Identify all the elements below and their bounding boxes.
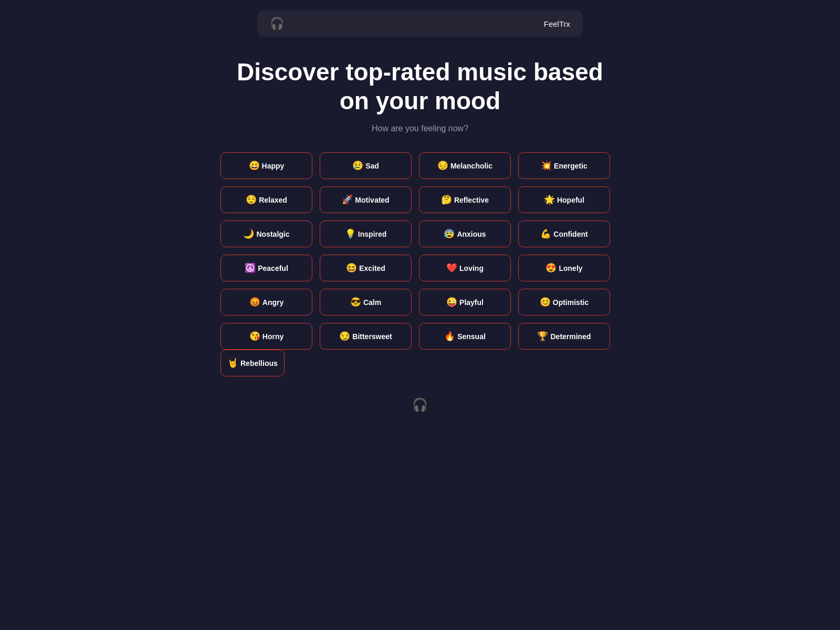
- mood-button-hopeful[interactable]: 🌟Hopeful: [518, 186, 610, 213]
- mood-emoji-peaceful: ☮️: [245, 262, 256, 274]
- mood-button-loving[interactable]: ❤️Loving: [419, 255, 511, 281]
- mood-emoji-sensual: 🔥: [444, 331, 455, 342]
- mood-button-sad[interactable]: 😢Sad: [320, 152, 412, 179]
- mood-emoji-melancholic: 😔: [437, 160, 448, 171]
- mood-emoji-determined: 🏆: [537, 331, 548, 342]
- mood-button-calm[interactable]: 😎Calm: [320, 289, 412, 316]
- mood-label-bittersweet: Bittersweet: [352, 332, 392, 341]
- page-title: Discover top-rated music based on your m…: [236, 58, 604, 116]
- mood-button-relaxed[interactable]: 😌Relaxed: [220, 186, 312, 213]
- mood-emoji-happy: 😄: [249, 160, 260, 171]
- mood-label-motivated: Motivated: [355, 196, 389, 204]
- mood-button-playful[interactable]: 😜Playful: [419, 289, 511, 316]
- mood-label-happy: Happy: [262, 162, 285, 170]
- mood-button-reflective[interactable]: 🤔Reflective: [419, 186, 511, 213]
- mood-emoji-relaxed: 😌: [246, 194, 257, 205]
- mood-label-inspired: Inspired: [358, 230, 386, 238]
- mood-emoji-hopeful: 🌟: [544, 194, 555, 205]
- mood-label-sad: Sad: [365, 162, 379, 170]
- mood-label-determined: Determined: [550, 332, 591, 341]
- mood-button-sensual[interactable]: 🔥Sensual: [419, 323, 511, 350]
- mood-button-melancholic[interactable]: 😔Melancholic: [419, 152, 511, 179]
- mood-emoji-rebellious: 🤘: [227, 358, 238, 369]
- mood-emoji-energetic: 💥: [541, 160, 552, 171]
- mood-emoji-motivated: 🚀: [342, 194, 353, 205]
- mood-label-rebellious: Rebellious: [240, 359, 278, 368]
- mood-label-relaxed: Relaxed: [259, 196, 287, 204]
- brand-name: FeelTrx: [544, 19, 570, 28]
- mood-label-lonely: Lonely: [559, 264, 582, 272]
- footer-headphones-icon: 🎧: [412, 397, 428, 412]
- mood-button-angry[interactable]: 😡Angry: [220, 289, 312, 316]
- mood-button-peaceful[interactable]: ☮️Peaceful: [220, 255, 312, 281]
- mood-grid-last-row: 🤘Rebellious: [220, 350, 620, 376]
- mood-label-excited: Excited: [359, 264, 385, 272]
- mood-button-inspired[interactable]: 💡Inspired: [320, 220, 412, 247]
- mood-emoji-loving: ❤️: [446, 262, 457, 274]
- mood-emoji-excited: 😆: [346, 262, 357, 274]
- mood-label-peaceful: Peaceful: [258, 264, 288, 272]
- headphones-icon: 🎧: [270, 17, 284, 30]
- mood-label-nostalgic: Nostalgic: [256, 230, 289, 238]
- mood-label-horny: Horny: [262, 332, 284, 341]
- mood-emoji-lonely: 😍: [545, 262, 556, 274]
- page-subtitle: How are you feeling now?: [372, 124, 468, 133]
- navbar: 🎧 FeelTrx: [257, 10, 583, 37]
- mood-emoji-playful: 😜: [446, 297, 457, 308]
- mood-emoji-sad: 😢: [352, 160, 363, 171]
- mood-emoji-anxious: 😰: [444, 228, 455, 239]
- mood-button-anxious[interactable]: 😰Anxious: [419, 220, 511, 247]
- mood-emoji-nostalgic: 🌙: [243, 228, 254, 239]
- mood-button-determined[interactable]: 🏆Determined: [518, 323, 610, 350]
- mood-label-loving: Loving: [459, 264, 484, 272]
- mood-emoji-calm: 😎: [350, 297, 361, 308]
- mood-label-anxious: Anxious: [457, 230, 486, 238]
- mood-label-optimistic: Optimistic: [553, 298, 589, 307]
- mood-label-confident: Confident: [553, 230, 587, 238]
- mood-emoji-angry: 😡: [249, 297, 260, 308]
- mood-emoji-optimistic: 😊: [540, 297, 551, 308]
- mood-label-hopeful: Hopeful: [557, 196, 584, 204]
- mood-label-energetic: Energetic: [554, 162, 587, 170]
- mood-emoji-bittersweet: 😏: [339, 331, 350, 342]
- navbar-logo: 🎧: [270, 17, 284, 30]
- mood-label-playful: Playful: [459, 298, 484, 307]
- mood-label-sensual: Sensual: [457, 332, 486, 341]
- mood-emoji-horny: 😘: [249, 331, 260, 342]
- mood-label-angry: Angry: [262, 298, 284, 307]
- mood-button-confident[interactable]: 💪Confident: [518, 220, 610, 247]
- mood-emoji-inspired: 💡: [345, 228, 356, 239]
- main-content: Discover top-rated music based on your m…: [0, 58, 840, 412]
- mood-button-motivated[interactable]: 🚀Motivated: [320, 186, 412, 213]
- mood-emoji-confident: 💪: [540, 228, 551, 239]
- mood-button-happy[interactable]: 😄Happy: [220, 152, 312, 179]
- mood-button-energetic[interactable]: 💥Energetic: [518, 152, 610, 179]
- mood-grid: 😄Happy😢Sad😔Melancholic💥Energetic😌Relaxed…: [220, 152, 620, 350]
- mood-button-excited[interactable]: 😆Excited: [320, 255, 412, 281]
- mood-emoji-reflective: 🤔: [441, 194, 452, 205]
- mood-button-horny[interactable]: 😘Horny: [220, 323, 312, 350]
- mood-label-calm: Calm: [363, 298, 381, 307]
- mood-button-lonely[interactable]: 😍Lonely: [518, 255, 610, 281]
- mood-button-optimistic[interactable]: 😊Optimistic: [518, 289, 610, 316]
- mood-button-rebellious[interactable]: 🤘Rebellious: [220, 350, 285, 376]
- mood-button-nostalgic[interactable]: 🌙Nostalgic: [220, 220, 312, 247]
- mood-label-melancholic: Melancholic: [450, 162, 492, 170]
- mood-button-bittersweet[interactable]: 😏Bittersweet: [320, 323, 412, 350]
- mood-label-reflective: Reflective: [454, 196, 489, 204]
